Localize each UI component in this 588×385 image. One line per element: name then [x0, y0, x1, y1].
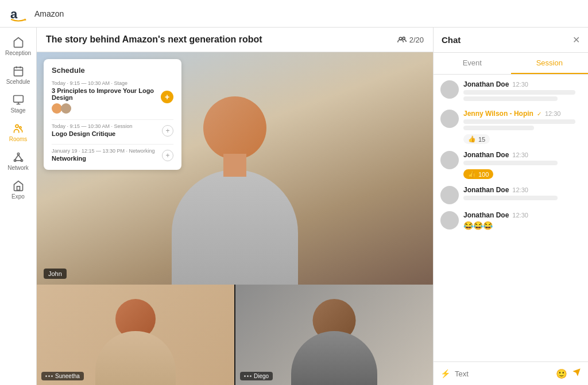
chat-meta-4: Jonathan Doe 12:30 — [463, 186, 581, 194]
thumbs-up-icon: 👍 — [468, 135, 476, 143]
chat-time-1: 12:30 — [512, 81, 528, 88]
tab-session[interactable]: Session — [511, 53, 589, 74]
chat-meta-1: Jonathan Doe 12:30 — [463, 80, 581, 88]
emoji-row: 😂😂😂 — [463, 221, 581, 230]
mic-dot-3 — [51, 375, 53, 377]
schedule-heading: Schedule — [52, 66, 173, 75]
mic-dot-r2 — [247, 375, 249, 377]
svg-point-9 — [17, 153, 19, 155]
session-title: The story behind Amazon's next generatio… — [46, 34, 262, 45]
schedule-time-2: Today · 9:15 — 10:30 AM · Session — [52, 123, 133, 129]
main-layout: Reception Scehdule Stage — [0, 28, 588, 385]
sidebar-label-stage: Stage — [10, 107, 25, 114]
schedule-name-1: 3 Principles to Improve Your Logo Design — [52, 87, 161, 101]
bottom-right-nametag: Diego — [240, 372, 273, 380]
person-head — [203, 96, 266, 160]
chat-line-3a — [463, 161, 558, 165]
video-section: Schedule Today · 9:15 — 10:30 AM · Stage… — [37, 52, 433, 385]
schedule-avatars — [52, 103, 161, 114]
chat-input-area: ⚡ 🙂 — [434, 361, 588, 385]
sidebar-item-network[interactable]: Network — [0, 147, 36, 176]
chat-title: Chat — [442, 35, 461, 45]
attendee-count: 2/20 — [397, 36, 424, 44]
schedule-add-button-3[interactable]: + — [162, 150, 173, 161]
content-area: The story behind Amazon's next generatio… — [37, 28, 433, 385]
emoji-picker-icon[interactable]: 🙂 — [556, 368, 567, 379]
bottom-left-nametag: Suneetha — [41, 372, 84, 380]
reaction-count-15: 15 — [478, 136, 485, 143]
top-bar: a Amazon — [0, 0, 588, 28]
chat-name-2: Jenny Wilson - Hopin — [463, 110, 533, 118]
avatar-2 — [61, 103, 71, 114]
avatar-msg-1 — [440, 80, 459, 99]
sidebar-item-schedule[interactable]: Scehdule — [0, 61, 36, 90]
schedule-item-1: Today · 9:15 — 10:30 AM · Stage 3 Princi… — [52, 80, 173, 114]
bottom-video-right: Diego — [235, 285, 433, 385]
chat-message-4: Jonathan Doe 12:30 — [440, 186, 581, 204]
sidebar-label-expo: Expo — [11, 193, 25, 200]
schedule-add-button-1[interactable]: + — [161, 91, 173, 103]
chat-line-1b — [463, 96, 558, 101]
chat-meta-5: Jonathan Doe 12:30 — [463, 211, 581, 219]
svg-marker-1 — [25, 18, 26, 21]
chat-name-1: Jonathan Doe — [463, 80, 509, 88]
chat-content-2: Jenny Wilson - Hopin ✓ 12:30 👍 15 — [463, 110, 581, 144]
thumbs-up-icon-100: 👍 — [468, 170, 476, 178]
chat-content-4: Jonathan Doe 12:30 — [463, 186, 581, 204]
send-icon[interactable] — [572, 368, 581, 379]
chat-content-5: Jonathan Doe 12:30 😂😂😂 — [463, 211, 581, 230]
lightning-icon[interactable]: ⚡ — [440, 369, 450, 378]
sidebar-item-reception[interactable]: Reception — [0, 32, 36, 61]
divider-2 — [52, 144, 173, 145]
sidebar-item-stage[interactable]: Stage — [0, 90, 36, 118]
chat-name-4: Jonathan Doe — [463, 186, 509, 194]
chat-content-3: Jonathan Doe 12:30 👍 100 — [463, 151, 581, 179]
schedule-time-1: Today · 9:15 — 10:30 AM · Stage — [52, 80, 161, 86]
sidebar-item-rooms[interactable]: Rooms — [0, 118, 36, 147]
content-header: The story behind Amazon's next generatio… — [37, 28, 433, 52]
sidebar-label-network: Network — [7, 165, 29, 171]
close-icon[interactable]: ✕ — [572, 34, 580, 45]
mic-indicator-left — [45, 375, 53, 377]
svg-rect-15 — [17, 186, 20, 190]
sidebar-label-reception: Reception — [5, 50, 31, 56]
main-video-container: Schedule Today · 9:15 — 10:30 AM · Stage… — [37, 52, 433, 285]
schedule-name-2: Logo Design Critique — [52, 130, 133, 137]
sidebar-label-rooms: Rooms — [9, 136, 28, 142]
sidebar-label-schedule: Scehdule — [6, 79, 30, 85]
schedule-add-button-2[interactable]: + — [162, 125, 173, 137]
chat-time-3: 12:30 — [512, 151, 528, 158]
reaction-like-100[interactable]: 👍 100 — [463, 169, 493, 179]
bottom-right-name: Diego — [254, 373, 269, 379]
sidebar-item-expo[interactable]: Expo — [0, 176, 36, 204]
chat-line-4a — [463, 196, 558, 200]
chat-message-2: Jenny Wilson - Hopin ✓ 12:30 👍 15 — [440, 110, 581, 144]
schedule-time-3: January 19 · 12:15 — 13:30 PM · Networki… — [52, 148, 155, 154]
chat-line-1a — [463, 90, 575, 95]
chat-message-5: Jonathan Doe 12:30 😂😂😂 — [440, 211, 581, 230]
main-video-nametag: John — [44, 269, 67, 279]
chat-message-1: Jonathan Doe 12:30 — [440, 80, 581, 103]
avatar-msg-5 — [440, 211, 459, 230]
schedule-item-2-info: Today · 9:15 — 10:30 AM · Session Logo D… — [52, 123, 133, 138]
chat-text-input[interactable] — [455, 370, 551, 378]
chat-panel: Chat ✕ Event Session Jonathan Doe 12:30 — [433, 28, 588, 385]
attendee-number: 2/20 — [409, 36, 424, 44]
reaction-like-15[interactable]: 👍 15 — [463, 134, 490, 144]
avatar-msg-2 — [440, 110, 459, 128]
schedule-item-2: Today · 9:15 — 10:30 AM · Session Logo D… — [52, 123, 173, 138]
right-body — [291, 331, 377, 386]
tab-event[interactable]: Event — [434, 53, 511, 74]
person-neck — [223, 154, 246, 177]
schedule-item-3-info: January 19 · 12:15 — 13:30 PM · Networki… — [52, 148, 155, 163]
chat-line-2a — [463, 119, 575, 124]
sidebar: Reception Scehdule Stage — [0, 28, 37, 385]
chat-time-5: 12:30 — [512, 212, 528, 219]
schedule-item-1-row: Today · 9:15 — 10:30 AM · Stage 3 Princi… — [52, 80, 173, 114]
bottom-videos: Suneetha — [37, 285, 433, 385]
schedule-item-2-row: Today · 9:15 — 10:30 AM · Session Logo D… — [52, 123, 173, 138]
reaction-count-100: 100 — [478, 171, 489, 178]
bottom-video-left: Suneetha — [37, 285, 234, 385]
person-right — [288, 295, 380, 386]
bottom-left-name: Suneetha — [55, 373, 80, 379]
